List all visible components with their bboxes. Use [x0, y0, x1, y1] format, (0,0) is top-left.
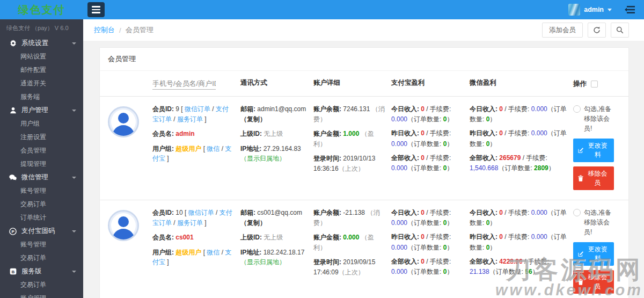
- sidebar-item-1[interactable]: 网站设置: [0, 50, 83, 63]
- sidebar-item-6[interactable]: 用户组: [0, 117, 83, 130]
- svg-text:P: P: [11, 229, 14, 234]
- order-link[interactable]: 微信订单: [185, 105, 210, 113]
- field-label: 邮箱:: [240, 105, 257, 113]
- fee-label: 手续费:: [528, 258, 549, 265]
- email-value: admin1@qq.com: [257, 105, 306, 113]
- edit-member-button[interactable]: 更改资料: [573, 139, 614, 162]
- order-count-prefix: （订单数量:: [407, 219, 443, 227]
- sidebar-item-9[interactable]: 提现管理: [0, 157, 83, 171]
- user-name: admin: [584, 6, 604, 13]
- remove-hint: 勾选,准备移除该会员!: [584, 104, 614, 133]
- fee-label: 手续费:: [430, 209, 451, 216]
- sidebar-item-18[interactable]: 交易订单: [0, 278, 83, 292]
- order-count-suffix: ）: [447, 140, 453, 148]
- amount-line: 账户金额: 0.000 （盈利）: [313, 232, 385, 252]
- slash: /: [425, 154, 430, 162]
- link-separator: /: [172, 115, 177, 123]
- breadcrumb-home-link[interactable]: 控制台: [94, 25, 115, 35]
- balance-value: -21.138: [343, 209, 367, 216]
- sidebar-item-3[interactable]: 通道开关: [0, 77, 83, 90]
- remove-radio[interactable]: [573, 105, 581, 113]
- member-avatar: [108, 210, 139, 241]
- sidebar-item-4[interactable]: 服务端: [0, 90, 83, 104]
- link-separator: /: [172, 219, 177, 227]
- login-time-line: 登录时间: 2019/10/13 16:36:16（上次）: [313, 154, 385, 173]
- sidebar-item-label: 网站设置: [20, 53, 46, 60]
- sidebar-item-8[interactable]: 会员管理: [0, 144, 83, 157]
- wechat-yesterday-line: 昨日收入: 0 / 手续费: 0.000（订单数量: 0）: [470, 232, 567, 252]
- order-count-suffix: ）: [489, 219, 496, 227]
- fee-label: 手续费:: [508, 129, 531, 137]
- sidebar-item-12[interactable]: 交易订单: [0, 198, 83, 211]
- sidebar-item-label: 服务端: [20, 93, 40, 100]
- group-link[interactable]: 微信: [207, 249, 219, 256]
- user-menu[interactable]: admin: [568, 4, 612, 16]
- link-separator: /: [210, 105, 216, 113]
- avatar-cell: [108, 208, 152, 298]
- sidebar: 绿色支付 （pay） V 6.0 系统设置网站设置邮件配置通道开关服务端用户管理…: [0, 19, 83, 298]
- sidebar-item-17[interactable]: B服务版: [0, 265, 83, 278]
- remove-member-label: 移除会员: [586, 273, 609, 291]
- collapse-panel-icon[interactable]: [625, 5, 636, 14]
- search-button[interactable]: [611, 23, 629, 38]
- edit-member-button[interactable]: 更改资料: [573, 242, 614, 266]
- sidebar-item-10[interactable]: 微信管理: [0, 171, 83, 184]
- order-link[interactable]: 服务订单: [177, 219, 203, 227]
- add-member-button[interactable]: 添加会员: [542, 23, 583, 38]
- remove-member-button[interactable]: 移除会员: [573, 166, 614, 190]
- fee-value: 0.000: [391, 268, 407, 275]
- remove-member-button[interactable]: 移除会员: [573, 270, 614, 294]
- slash: /: [503, 233, 508, 241]
- sidebar-item-11[interactable]: 账号管理: [0, 184, 83, 198]
- copy-link[interactable]: （复制）: [240, 115, 266, 123]
- sidebar-item-5[interactable]: 用户管理: [0, 104, 83, 117]
- sidebar-item-19[interactable]: 账户管理: [0, 292, 83, 298]
- sidebar-item-2[interactable]: 邮件配置: [0, 63, 83, 77]
- sidebar-item-16[interactable]: 交易订单: [0, 251, 83, 265]
- income-period-label: 全部收入:: [470, 154, 499, 162]
- ip-geo-link[interactable]: （显示归属地）: [240, 155, 286, 162]
- income-period-label: 全部收入:: [470, 258, 499, 265]
- slash: /: [503, 209, 508, 216]
- fee-value: 0.000: [391, 244, 407, 251]
- actions-cell: 勾选,准备移除该会员!更改资料移除会员: [573, 208, 620, 298]
- sidebar-item-7[interactable]: 注册设置: [0, 130, 83, 144]
- sidebar-item-15[interactable]: 账号管理: [0, 238, 83, 251]
- ip-geo-link[interactable]: （显示归属地）: [240, 258, 286, 266]
- sidebar-item-13[interactable]: 订单统计: [0, 211, 83, 224]
- remove-select-line: 勾选,准备移除该会员!: [573, 208, 614, 237]
- search-input[interactable]: [152, 78, 216, 90]
- chevron-down-icon: [72, 230, 76, 232]
- parent-id-line: 上级ID: 无上级: [240, 232, 307, 243]
- ip-line: IP地址: 182.242.18.17（显示归属地）: [240, 248, 307, 267]
- trash-icon: [578, 279, 583, 285]
- income-period-label: 今日收入:: [391, 209, 421, 216]
- remove-radio[interactable]: [573, 209, 581, 216]
- order-link[interactable]: 微信订单: [188, 209, 214, 216]
- sidebar-item-label: 会员管理: [20, 147, 46, 154]
- select-all-checkbox[interactable]: [591, 81, 598, 88]
- slash: /: [503, 105, 508, 113]
- refresh-button[interactable]: [588, 23, 606, 38]
- alipay-today-line: 今日收入: 0 / 手续费: 0.000（订单数量: 0）: [391, 104, 463, 125]
- login-time-line: 登录时间: 2019/09/15 17:46:09（上次）: [313, 257, 385, 277]
- wechat-icon: [9, 174, 17, 181]
- income-period-label: 昨日收入:: [470, 129, 499, 137]
- balance-line: 账户余额: 7246.131 （消费）: [313, 104, 385, 124]
- parent-id-value: 无上级: [264, 234, 283, 241]
- remove-select-line: 勾选,准备移除该会员!: [573, 104, 614, 133]
- sidebar-item-label: 提现管理: [20, 160, 46, 168]
- sidebar-item-14[interactable]: P支付宝固码: [0, 224, 83, 238]
- edit-member-label: 更改资料: [587, 245, 609, 263]
- copy-link[interactable]: （复制）: [240, 219, 266, 227]
- group-link[interactable]: 微信: [207, 145, 219, 152]
- user-icon: [9, 107, 17, 114]
- fee-value: 21.138: [470, 268, 489, 275]
- order-link[interactable]: 服务订单: [177, 115, 203, 123]
- member-id-value: 10: [175, 209, 185, 216]
- member-name-line: 会员名: admin: [152, 129, 234, 139]
- column-actions: 操作: [573, 79, 587, 89]
- balance-value: 7246.131: [343, 105, 371, 113]
- sidebar-item-0[interactable]: 系统设置: [0, 37, 83, 50]
- hamburger-menu-icon[interactable]: [87, 2, 105, 17]
